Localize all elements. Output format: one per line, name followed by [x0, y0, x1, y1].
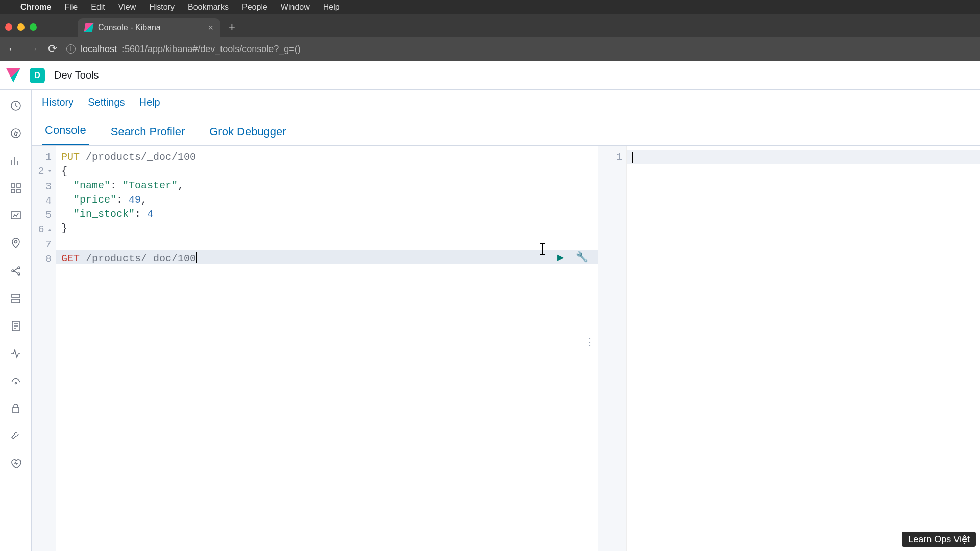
svg-point-1	[11, 129, 20, 138]
macos-menubar: Chrome File Edit View History Bookmarks …	[0, 0, 980, 14]
brace-close: }	[61, 222, 67, 234]
window-zoom-button[interactable]	[30, 23, 37, 31]
new-tab-button[interactable]: +	[229, 20, 235, 34]
svg-point-14	[15, 383, 16, 384]
svg-rect-2	[11, 184, 15, 187]
chrome-tabstrip: Console - Kibana × +	[0, 14, 980, 37]
json-key: "in_stock"	[74, 208, 135, 220]
address-bar[interactable]: i localhost:5601/app/kibana#/dev_tools/c…	[66, 44, 301, 55]
nav-devtools-icon[interactable]	[9, 430, 22, 443]
nav-recent-icon[interactable]	[9, 99, 22, 112]
editor-code[interactable]: PUT /products/_doc/100 { "name": "Toaste…	[56, 146, 598, 551]
url-host: localhost	[81, 44, 117, 55]
line-number: 4	[32, 194, 52, 208]
json-number: 49	[129, 194, 141, 206]
svg-point-7	[14, 241, 17, 243]
kibana-app: D Dev Tools History Settings Help Consol…	[0, 61, 980, 551]
svg-point-10	[18, 273, 20, 275]
chrome-window: Console - Kibana × + ← → ⟳ i localhost:5…	[0, 14, 980, 61]
svg-point-9	[18, 267, 20, 269]
editor-gutter: 1 2 ▾ 3 4 5 6 ▴ 7 8	[32, 146, 56, 551]
tab-console[interactable]: Console	[42, 116, 89, 145]
tab-search-profiler[interactable]: Search Profiler	[108, 118, 188, 145]
nav-dashboard-icon[interactable]	[9, 182, 22, 195]
menu-help[interactable]: Help	[323, 3, 340, 12]
text-cursor	[196, 252, 197, 263]
console-panes: 1 2 ▾ 3 4 5 6 ▴ 7 8 PUT /products/_doc/1…	[32, 146, 980, 551]
line-number: 1	[598, 150, 622, 164]
nav-apm-icon[interactable]	[9, 347, 22, 360]
request-path: /products/_doc/100	[86, 151, 196, 163]
nav-ml-icon[interactable]	[9, 264, 22, 278]
response-pane[interactable]: 1	[598, 146, 980, 551]
line-number: 2 ▾	[32, 164, 52, 180]
line-number: 1	[32, 150, 52, 164]
link-settings[interactable]: Settings	[88, 96, 125, 108]
nav-monitoring-icon[interactable]	[9, 457, 22, 470]
kibana-side-nav	[0, 90, 32, 551]
json-number: 4	[147, 208, 153, 220]
svg-rect-4	[11, 189, 15, 193]
pane-resize-handle[interactable]: ⋮	[584, 336, 595, 348]
devtools-tabs: Console Search Profiler Grok Debugger	[32, 115, 980, 146]
svg-rect-3	[17, 184, 20, 187]
menu-bookmarks[interactable]: Bookmarks	[188, 3, 229, 12]
link-history[interactable]: History	[42, 96, 74, 108]
nav-back-button[interactable]: ←	[7, 42, 18, 56]
nav-reload-button[interactable]: ⟳	[48, 42, 57, 56]
nav-siem-icon[interactable]	[9, 402, 22, 415]
json-key: "price"	[74, 194, 116, 206]
space-selector-button[interactable]: D	[30, 68, 45, 83]
nav-canvas-icon[interactable]	[9, 209, 22, 222]
nav-uptime-icon[interactable]	[9, 374, 22, 388]
nav-discover-icon[interactable]	[9, 127, 22, 140]
menu-view[interactable]: View	[118, 3, 136, 12]
line-number: 3	[32, 180, 52, 194]
nav-visualize-icon[interactable]	[9, 154, 22, 167]
tab-close-button[interactable]: ×	[208, 22, 213, 33]
http-method: PUT	[61, 151, 80, 163]
request-options-button[interactable]: 🔧	[576, 251, 589, 263]
browser-tab[interactable]: Console - Kibana ×	[78, 18, 220, 37]
tab-grok-debugger[interactable]: Grok Debugger	[206, 118, 289, 145]
svg-rect-5	[17, 189, 20, 193]
svg-rect-15	[13, 408, 19, 413]
line-number: 7	[32, 238, 52, 252]
devtools-subheader: History Settings Help	[32, 90, 980, 115]
link-help[interactable]: Help	[139, 96, 160, 108]
window-minimize-button[interactable]	[17, 23, 24, 31]
menu-edit[interactable]: Edit	[91, 3, 105, 12]
menu-window[interactable]: Window	[281, 3, 310, 12]
svg-rect-11	[12, 294, 20, 297]
send-request-button[interactable]: ▶	[557, 251, 564, 264]
menu-people[interactable]: People	[242, 3, 267, 12]
menubar-app-name[interactable]: Chrome	[20, 3, 51, 12]
json-string: "Toaster"	[122, 180, 178, 191]
url-path: :5601/app/kibana#/dev_tools/console?_g=(…	[122, 44, 301, 55]
line-number: 8	[32, 252, 52, 266]
kibana-header: D Dev Tools	[0, 61, 980, 90]
tab-favicon-icon	[84, 23, 94, 32]
nav-infrastructure-icon[interactable]	[9, 292, 22, 305]
nav-logs-icon[interactable]	[9, 319, 22, 333]
site-info-icon[interactable]: i	[66, 44, 76, 54]
tab-title: Console - Kibana	[98, 23, 161, 32]
line-number: 5	[32, 208, 52, 222]
video-watermark: Learn Ops Việt	[902, 532, 976, 547]
svg-rect-12	[12, 299, 20, 303]
window-controls	[5, 23, 37, 31]
menu-file[interactable]: File	[64, 3, 78, 12]
nav-forward-button[interactable]: →	[28, 42, 39, 56]
window-close-button[interactable]	[5, 23, 12, 31]
nav-maps-icon[interactable]	[9, 237, 22, 250]
kibana-logo-icon[interactable]	[6, 68, 20, 83]
line-number: 6 ▴	[32, 222, 52, 238]
svg-point-8	[12, 270, 14, 272]
response-gutter: 1	[598, 146, 627, 551]
text-cursor	[632, 152, 633, 163]
page-title: Dev Tools	[54, 69, 99, 81]
request-path: /products/_doc/100	[86, 253, 196, 264]
request-editor[interactable]: 1 2 ▾ 3 4 5 6 ▴ 7 8 PUT /products/_doc/1…	[32, 146, 598, 551]
brace-open: {	[61, 165, 67, 177]
menu-history[interactable]: History	[149, 3, 175, 12]
